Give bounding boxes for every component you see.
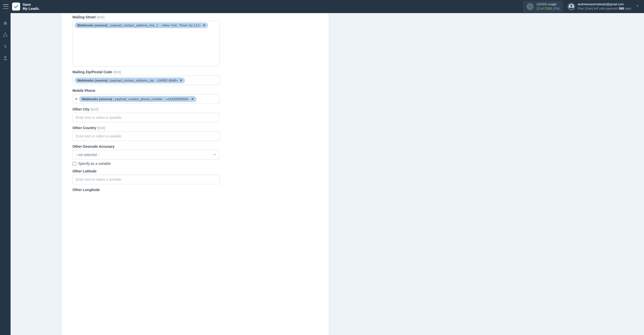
tag-remove-icon[interactable]: ✕ xyxy=(203,23,206,27)
svg-text:$: $ xyxy=(4,44,7,49)
tag-mailing-zip: Webhooks (source) | payload_contact_addr… xyxy=(75,78,185,83)
input-mailing-zip[interactable]: Webhooks (source) | payload_contact_addr… xyxy=(72,76,220,85)
other-country-field[interactable] xyxy=(75,134,217,139)
user-menu[interactable]: andrewsavemyleads@gmail.com Plan |Start|… xyxy=(568,2,631,11)
form-card: Mailing Street (text) Webhooks (source) … xyxy=(62,13,329,335)
checkbox-label: Specify as a variable xyxy=(78,162,111,166)
svg-rect-3 xyxy=(3,36,5,37)
usage-total: 2'000 xyxy=(544,7,552,10)
svg-point-6 xyxy=(4,56,6,58)
page-content: Mailing Street (text) Webhooks (source) … xyxy=(11,13,644,335)
select-other-geocode[interactable]: - not selected - xyxy=(72,150,220,160)
field-other-geocode: Other Geocode Accuracy - not selected - … xyxy=(72,144,220,166)
user-icon[interactable] xyxy=(2,55,8,61)
label-other-geocode: Other Geocode Accuracy xyxy=(72,144,220,148)
input-other-city[interactable] xyxy=(72,113,220,122)
brand-line2: My Leads. xyxy=(23,7,40,11)
svg-point-1 xyxy=(571,5,572,7)
label-other-country: Other Country (text) xyxy=(72,126,220,130)
label-other-longitude: Other Longitude xyxy=(72,188,220,192)
label-other-latitude: Other Latitude xyxy=(72,169,220,173)
input-mailing-street[interactable]: Webhooks (source) | payload_contact_addr… xyxy=(72,21,220,66)
label-other-city: Other City (text) xyxy=(72,107,220,111)
tag-mailing-street: Webhooks (source) | payload_contact_addr… xyxy=(75,22,208,28)
input-mobile-phone[interactable]: + Webhooks (source) | payload_contact_ph… xyxy=(72,94,220,104)
specify-as-variable-row[interactable]: Specify as a variable xyxy=(72,162,220,166)
brand-name: Save My Leads. xyxy=(23,3,40,11)
field-other-country: Other Country (text) xyxy=(72,126,220,141)
field-mobile-phone: Mobile Phone + Webhooks (source) | paylo… xyxy=(72,89,220,104)
user-text: andrewsavemyleads@gmail.com Plan |Start|… xyxy=(578,2,631,11)
chevron-down-icon xyxy=(213,153,216,157)
field-other-longitude: Other Longitude xyxy=(72,188,220,192)
input-other-latitude[interactable] xyxy=(72,175,220,184)
other-city-field[interactable] xyxy=(75,115,217,120)
field-other-city: Other City (text) xyxy=(72,107,220,122)
usage-used: 23 xyxy=(537,7,540,10)
label-mobile-phone: Mobile Phone xyxy=(72,89,220,93)
svg-rect-2 xyxy=(5,33,6,34)
brand-logo[interactable] xyxy=(12,3,20,11)
plan-days-suffix: days xyxy=(624,7,631,10)
hamburger-menu-icon[interactable] xyxy=(3,4,9,9)
leads-usage-box[interactable]: i LEADS usage: 23 of 2'000 (1%) xyxy=(523,1,563,12)
label-mailing-street: Mailing Street (text) xyxy=(72,15,220,19)
plan-prefix: Plan xyxy=(578,7,585,10)
usage-title: LEADS usage: xyxy=(537,2,559,7)
user-email: andrewsavemyleads@gmail.com xyxy=(578,2,631,7)
plan-name: |Start| xyxy=(585,7,593,10)
plan-days: 388 xyxy=(619,7,624,10)
field-mailing-zip: Mailing Zip/Postal Code (text) Webhooks … xyxy=(72,70,220,85)
usage-text: LEADS usage: 23 of 2'000 (1%) xyxy=(537,2,559,11)
usage-pct: (1%) xyxy=(553,7,559,10)
phone-prefix: + xyxy=(75,97,78,101)
sidebar: $ xyxy=(0,13,11,335)
sitemap-icon[interactable] xyxy=(2,32,8,38)
usage-of: of xyxy=(541,7,543,10)
label-mailing-zip: Mailing Zip/Postal Code (text) xyxy=(72,70,220,74)
tag-remove-icon[interactable]: ✕ xyxy=(180,79,182,82)
svg-rect-4 xyxy=(6,36,7,37)
chevron-down-icon[interactable] xyxy=(634,3,641,11)
info-icon: i xyxy=(527,3,534,10)
select-value: - not selected - xyxy=(76,153,99,157)
topbar: Save My Leads. i LEADS usage: 23 of 2'00… xyxy=(0,0,644,13)
dollar-icon[interactable]: $ xyxy=(2,43,8,49)
field-mailing-street: Mailing Street (text) Webhooks (source) … xyxy=(72,15,220,66)
checkbox-specify-variable[interactable] xyxy=(72,162,76,166)
input-other-country[interactable] xyxy=(72,131,220,141)
plan-left: left until payment xyxy=(593,7,619,10)
avatar-icon xyxy=(568,3,575,10)
home-icon[interactable] xyxy=(2,20,8,26)
brand-line1: Save xyxy=(23,3,40,7)
tag-mobile-phone: Webhooks (source) | payload_contact_phon… xyxy=(79,96,196,102)
field-other-latitude: Other Latitude xyxy=(72,169,220,184)
tag-remove-icon[interactable]: ✕ xyxy=(191,97,194,101)
other-latitude-field[interactable] xyxy=(75,177,217,182)
